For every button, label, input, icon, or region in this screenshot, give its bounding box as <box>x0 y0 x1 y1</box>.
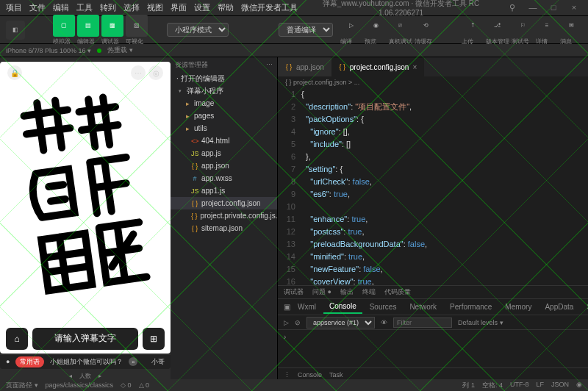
remote-debug-button[interactable]: ⎚ <box>389 15 411 37</box>
status-bell-icon[interactable]: ◉ <box>576 381 582 390</box>
sim-prev-icon[interactable]: ◂ <box>69 373 72 379</box>
sim-next-icon[interactable]: ▸ <box>98 373 101 379</box>
menu-edit[interactable]: 编辑 <box>53 2 69 13</box>
danmu-input[interactable]: 请输入弹幕文字 <box>32 328 138 350</box>
app-avatar-icon[interactable]: ◧ <box>6 21 25 40</box>
dt-problems-tab[interactable]: 问题 ● <box>312 287 331 297</box>
simulator-toggle[interactable]: ▢ <box>53 15 75 37</box>
dt-quality-tab[interactable]: 代码质量 <box>384 287 411 297</box>
simulator-screen[interactable]: 🔒 ⋯ ◎ ⌂ <box>0 62 171 354</box>
mode-select[interactable]: 小程序模式 <box>167 23 229 37</box>
file-sitemap.json[interactable]: { }sitemap.json <box>171 222 277 234</box>
tab-projectconfig[interactable]: { }project.config.json× <box>331 57 424 76</box>
dt-memory[interactable]: Memory <box>499 301 537 313</box>
dt-eye-icon[interactable]: 👁 <box>381 319 387 326</box>
col-indicator[interactable]: 列 1 <box>462 381 475 390</box>
clear-cache-button[interactable]: ⟲ <box>415 15 437 37</box>
dt-output-tab[interactable]: 输出 <box>340 287 354 297</box>
version-button[interactable]: ⎇ <box>486 15 508 37</box>
file-404.html[interactable]: <>404.html <box>171 134 277 147</box>
hotreload-select[interactable]: 热重载 ▾ <box>107 46 133 55</box>
compile-button[interactable]: ▷ <box>340 15 362 37</box>
menu-goto[interactable]: 转到 <box>100 2 116 13</box>
testid-button[interactable]: ⚐ <box>512 15 534 37</box>
file-app.js[interactable]: JSapp.js <box>171 147 277 159</box>
dt-footer-console[interactable]: Console <box>298 371 322 379</box>
common-phrase-badge[interactable]: 常用语 <box>15 356 44 367</box>
dt-clear-icon[interactable]: ⊘ <box>295 319 301 326</box>
console-body[interactable]: › <box>278 330 588 367</box>
levels-select[interactable]: Default levels ▾ <box>458 319 503 326</box>
menu-project[interactable]: 项目 <box>6 2 22 13</box>
dt-play-icon[interactable]: ▷ <box>284 319 289 326</box>
code-editor[interactable]: 1234567891011121314151617 { "description… <box>278 88 588 285</box>
dt-terminal-tab[interactable]: 终端 <box>362 287 376 297</box>
menu-help[interactable]: 帮助 <box>218 2 234 13</box>
lock-icon[interactable]: 🔒 <box>7 65 22 80</box>
file-app1.js[interactable]: JSapp1.js <box>171 184 277 197</box>
dt-performance[interactable]: Performance <box>444 301 498 313</box>
file-image[interactable]: ▸image <box>171 97 277 110</box>
dt-inspect-icon[interactable]: ▣ <box>284 303 290 311</box>
editor-toggle[interactable]: ▤ <box>77 15 99 37</box>
file-app.wxss[interactable]: #app.wxss <box>171 172 277 184</box>
explorer-more-icon[interactable]: ⋯ <box>266 61 273 68</box>
close-icon[interactable]: × <box>412 63 417 71</box>
menu-settings[interactable]: 设置 <box>194 2 210 13</box>
filter-input[interactable] <box>393 318 452 328</box>
compile-select[interactable]: 普通编译 <box>279 23 333 37</box>
device-select[interactable]: iPhone 6/7/8 Plus 100% 16 ▾ <box>6 47 91 54</box>
device-bar: iPhone 6/7/8 Plus 100% 16 ▾ 热重载 ▾ <box>0 44 588 57</box>
file-project.config.json[interactable]: { }project.config.json <box>171 197 277 209</box>
menu-ui[interactable]: 界面 <box>171 2 187 13</box>
visual-toggle[interactable]: ▧ <box>126 15 148 37</box>
project-root[interactable]: ▾弹幕小程序 <box>171 85 277 97</box>
footer-right[interactable]: 小哥 <box>151 357 165 367</box>
sim-target-icon[interactable]: ◎ <box>148 65 163 80</box>
sim-menu-icon[interactable]: ⋯ <box>131 65 146 80</box>
footer-text[interactable]: 小姐姐加个微信可以吗？ <box>50 357 123 367</box>
encoding-indicator[interactable]: UTF-8 <box>510 381 529 390</box>
menu-devtools[interactable]: 微信开发者工具 <box>241 2 298 13</box>
details-button[interactable]: ≡ <box>536 15 558 37</box>
menu-file[interactable]: 文件 <box>29 2 46 13</box>
open-editors-section[interactable]: · 打开的编辑器 <box>171 72 277 85</box>
dt-sources[interactable]: Sources <box>364 301 403 313</box>
file-utils[interactable]: ▸utils <box>171 122 277 134</box>
dt-storage[interactable]: Storage <box>581 301 588 313</box>
menu-tools[interactable]: 工具 <box>76 2 93 13</box>
menu-view[interactable]: 视图 <box>147 2 163 13</box>
file-app.json[interactable]: { }app.json <box>171 159 277 172</box>
win-min-icon[interactable]: — <box>525 3 541 12</box>
indent-indicator[interactable]: 空格: 4 <box>482 381 503 390</box>
footer-close-icon[interactable]: × <box>129 357 137 366</box>
context-select[interactable]: appservice (#1) <box>306 317 375 329</box>
win-max-icon[interactable]: □ <box>545 3 562 12</box>
dt-console[interactable]: Console <box>323 300 362 314</box>
settings-icon[interactable]: ⊞ <box>143 328 165 350</box>
upload-button[interactable]: ⤒ <box>462 15 484 37</box>
win-pin-icon[interactable]: ⚲ <box>504 3 520 12</box>
message-button[interactable]: ✉ <box>560 15 582 37</box>
menu-select[interactable]: 选择 <box>123 2 140 13</box>
dt-footer-kebab-icon[interactable]: ⋮ <box>284 371 290 379</box>
dt-wxml[interactable]: Wxml <box>292 301 322 313</box>
status-warnings[interactable]: △ 0 <box>139 381 150 389</box>
file-pages[interactable]: ▸pages <box>171 110 277 122</box>
page-path-value[interactable]: pages/classics/classics <box>46 381 114 389</box>
file-project.private.config.js...[interactable]: { }project.private.config.js... <box>171 209 277 222</box>
eol-indicator[interactable]: LF <box>536 381 544 390</box>
dt-footer-task[interactable]: Task <box>329 371 343 379</box>
status-errors[interactable]: ◇ 0 <box>121 381 132 389</box>
home-icon[interactable]: ⌂ <box>6 328 28 350</box>
preview-button[interactable]: ◉ <box>365 15 387 37</box>
dt-debugger-tab[interactable]: 调试器 <box>284 287 304 297</box>
lang-indicator[interactable]: JSON <box>551 381 569 390</box>
breadcrumb[interactable]: { } project.config.json > ... <box>278 76 588 88</box>
page-path-label[interactable]: 页面路径 ▾ <box>6 381 38 390</box>
tab-appjson[interactable]: { }app.json <box>278 57 331 76</box>
dt-appdata[interactable]: AppData <box>539 301 579 313</box>
dt-network[interactable]: Network <box>404 301 442 313</box>
debugger-toggle[interactable]: ▦ <box>101 15 123 37</box>
win-close-icon[interactable]: × <box>566 3 582 12</box>
